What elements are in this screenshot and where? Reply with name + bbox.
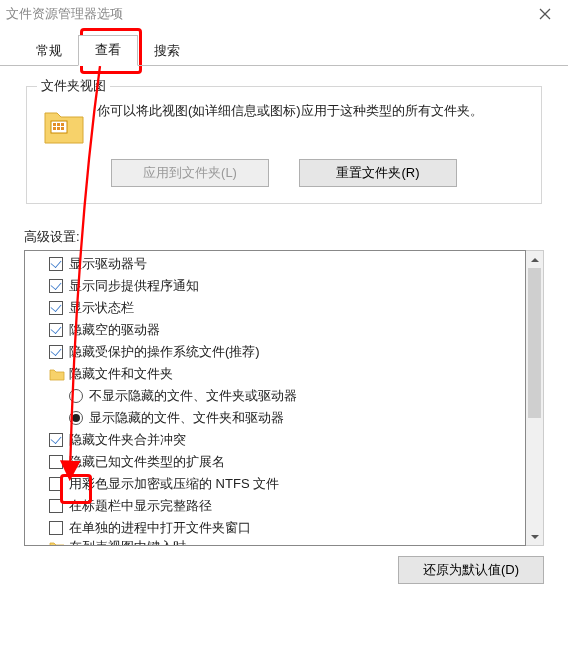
radio-icon[interactable] [69, 389, 83, 403]
advanced-settings-list[interactable]: 显示驱动器号显示同步提供程序通知显示状态栏隐藏空的驱动器隐藏受保护的操作系统文件… [24, 250, 526, 546]
tab-general[interactable]: 常规 [20, 37, 78, 66]
folder-icon [43, 103, 85, 145]
tree-row[interactable]: 不显示隐藏的文件、文件夹或驱动器 [25, 385, 525, 407]
scroll-down-button[interactable] [526, 528, 543, 545]
svg-rect-3 [53, 123, 56, 126]
tab-search[interactable]: 搜索 [138, 37, 196, 66]
tree-row[interactable]: 显示隐藏的文件、文件夹和驱动器 [25, 407, 525, 429]
tab-view[interactable]: 查看 [78, 35, 138, 66]
tree-item-label: 在标题栏中显示完整路径 [69, 497, 212, 515]
folder-views-icon [43, 103, 85, 145]
folder-views-description: 你可以将此视图(如详细信息或图标)应用于这种类型的所有文件夹。 [97, 101, 483, 145]
checkbox-icon[interactable] [49, 499, 63, 513]
chevron-down-icon [531, 533, 539, 541]
tree-row[interactable]: 隐藏文件和文件夹 [25, 363, 525, 385]
scroll-thumb[interactable] [528, 268, 541, 418]
tree-item-label: 隐藏空的驱动器 [69, 321, 160, 339]
tree-item-label: 隐藏文件和文件夹 [69, 365, 173, 383]
folder-node-icon [49, 540, 65, 546]
tree-item-label: 显示隐藏的文件、文件夹和驱动器 [89, 409, 284, 427]
checkbox-icon[interactable] [49, 477, 63, 491]
reset-folders-button[interactable]: 重置文件夹(R) [299, 159, 457, 187]
tree-item-label: 在列表视图中键入时 [69, 538, 186, 546]
tree-row[interactable]: 显示状态栏 [25, 297, 525, 319]
tree-row[interactable]: 用彩色显示加密或压缩的 NTFS 文件 [25, 473, 525, 495]
svg-rect-7 [57, 127, 60, 130]
radio-icon[interactable] [69, 411, 83, 425]
checkbox-icon[interactable] [49, 301, 63, 315]
svg-rect-6 [53, 127, 56, 130]
tab-strip: 常规 查看 搜索 [20, 36, 568, 66]
tree-row[interactable]: 显示同步提供程序通知 [25, 275, 525, 297]
tree-item-label: 在单独的进程中打开文件夹窗口 [69, 519, 251, 537]
tree-item-label: 用彩色显示加密或压缩的 NTFS 文件 [69, 475, 279, 493]
svg-rect-4 [57, 123, 60, 126]
folder-views-group-title: 文件夹视图 [37, 77, 110, 95]
tree-item-label: 隐藏文件夹合并冲突 [69, 431, 186, 449]
advanced-settings-label: 高级设置: [24, 228, 544, 246]
svg-rect-8 [61, 127, 64, 130]
window-close-button[interactable] [522, 0, 568, 28]
apply-to-folders-button[interactable]: 应用到文件夹(L) [111, 159, 269, 187]
folder-views-group: 文件夹视图 你可以将此视图(如详细信息或图标)应用于这种类型的所有文件夹。 应用… [26, 86, 542, 204]
checkbox-icon[interactable] [49, 521, 63, 535]
scroll-track[interactable] [526, 268, 543, 528]
window-title: 文件资源管理器选项 [6, 5, 123, 23]
checkbox-icon[interactable] [49, 323, 63, 337]
svg-rect-5 [61, 123, 64, 126]
tree-item-label: 隐藏已知文件类型的扩展名 [69, 453, 225, 471]
list-scrollbar[interactable] [526, 250, 544, 546]
close-icon [539, 8, 551, 20]
tree-row-cutoff: 在列表视图中键入时 [25, 536, 186, 546]
tree-row[interactable]: 隐藏空的驱动器 [25, 319, 525, 341]
checkbox-icon[interactable] [49, 433, 63, 447]
checkbox-icon[interactable] [49, 279, 63, 293]
tree-item-label: 显示同步提供程序通知 [69, 277, 199, 295]
tree-row[interactable]: 隐藏文件夹合并冲突 [25, 429, 525, 451]
window-titlebar: 文件资源管理器选项 [0, 0, 568, 28]
tree-row[interactable]: 显示驱动器号 [25, 253, 525, 275]
tree-item-label: 隐藏受保护的操作系统文件(推荐) [69, 343, 260, 361]
checkbox-icon[interactable] [49, 257, 63, 271]
tree-row[interactable]: 隐藏已知文件类型的扩展名 [25, 451, 525, 473]
tree-item-label: 不显示隐藏的文件、文件夹或驱动器 [89, 387, 297, 405]
checkbox-icon[interactable] [49, 455, 63, 469]
chevron-up-icon [531, 256, 539, 264]
tree-row[interactable]: 在标题栏中显示完整路径 [25, 495, 525, 517]
tree-item-label: 显示驱动器号 [69, 255, 147, 273]
folder-node-icon [49, 367, 65, 381]
restore-defaults-button[interactable]: 还原为默认值(D) [398, 556, 544, 584]
advanced-settings-list-wrap: 显示驱动器号显示同步提供程序通知显示状态栏隐藏空的驱动器隐藏受保护的操作系统文件… [24, 250, 544, 546]
checkbox-icon[interactable] [49, 345, 63, 359]
scroll-up-button[interactable] [526, 251, 543, 268]
tree-item-label: 显示状态栏 [69, 299, 134, 317]
tree-row[interactable]: 隐藏受保护的操作系统文件(推荐) [25, 341, 525, 363]
tab-content-view: 文件夹视图 你可以将此视图(如详细信息或图标)应用于这种类型的所有文件夹。 应用… [0, 66, 568, 584]
